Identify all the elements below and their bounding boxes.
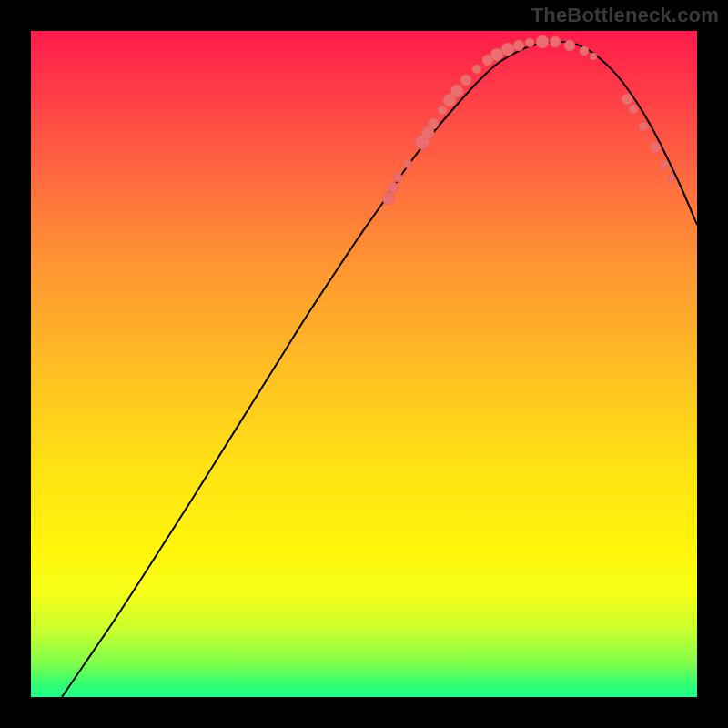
curve-marker	[438, 106, 447, 115]
curve-marker	[460, 75, 471, 86]
curve-marker	[525, 38, 534, 47]
chart-frame: TheBottleneck.com	[0, 0, 728, 728]
curve-marker	[668, 175, 675, 182]
curve-marker	[629, 105, 638, 114]
curve-marker	[650, 142, 661, 153]
curve-marker	[639, 122, 648, 131]
plot-area	[31, 31, 697, 697]
curve-marker	[388, 182, 399, 193]
curve-marker	[590, 53, 597, 60]
curve-marker	[622, 94, 632, 105]
curve-marker	[382, 192, 395, 205]
curve-marker	[428, 118, 439, 129]
curve-marker	[501, 43, 514, 56]
curve-marker	[660, 160, 669, 169]
curve-marker	[536, 35, 549, 48]
curve-marker	[472, 65, 481, 74]
bottleneck-curve	[62, 42, 697, 697]
curve-marker	[450, 85, 463, 97]
curve-marker	[403, 159, 412, 168]
curve-marker	[550, 36, 561, 47]
curve-marker	[513, 40, 524, 51]
curve-marker	[580, 46, 589, 56]
watermark-text: TheBottleneck.com	[531, 4, 719, 27]
curve-marker	[393, 173, 402, 182]
curve-layer-svg	[31, 31, 697, 697]
curve-marker	[564, 40, 575, 51]
curve-markers-group	[382, 35, 675, 205]
